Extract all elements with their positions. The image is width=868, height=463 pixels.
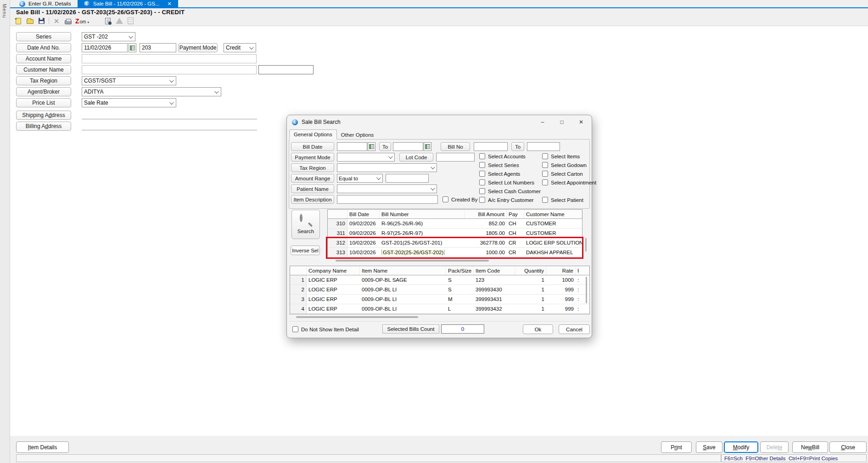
pay-mode-cell: CR <box>507 250 524 255</box>
delete-button[interactable]: Delete <box>760 441 789 453</box>
customer-name-input[interactable] <box>82 65 257 74</box>
items-grid-hscrollbar[interactable] <box>290 315 590 319</box>
checkbox-a-c-entry-customer[interactable]: A/c Entry Customer <box>479 196 534 203</box>
open-icon[interactable] <box>26 17 34 25</box>
billing-address-button[interactable]: Billing Address <box>16 122 71 131</box>
series-combo[interactable]: GST -202 <box>82 32 135 41</box>
price-list-combo[interactable]: Sale Rate <box>82 98 176 107</box>
calendar-button[interactable] <box>129 43 136 52</box>
bills-grid-vscrollbar[interactable] <box>585 238 587 251</box>
tab-general-options[interactable]: General Options <box>289 129 337 139</box>
bill-no-from-input[interactable] <box>474 142 508 151</box>
bill-date-from-input[interactable] <box>337 142 367 151</box>
amount-value-input[interactable] <box>386 174 429 183</box>
checkbox-icon <box>542 153 548 159</box>
items-col-header: Item Name <box>360 266 446 275</box>
checkbox-icon <box>479 197 485 203</box>
bill-row-313[interactable]: 31310/02/2026GST-202(25-26/GST-202)1000.… <box>328 248 582 257</box>
checkbox-select-lot-numbers[interactable]: Select Lot Numbers <box>479 179 534 186</box>
checkbox-select-patient[interactable]: Select Patient <box>542 196 583 203</box>
billing-address-field[interactable] <box>82 122 257 130</box>
bill-date-to-label: To <box>379 142 391 151</box>
bill-date-to-input[interactable] <box>393 142 423 151</box>
inverse-selection-button[interactable]: Inverse Sel <box>291 245 320 255</box>
zoom-dropdown[interactable]: Zom▾ <box>75 18 89 24</box>
do-not-show-item-detail-checkbox[interactable]: Do Not Show Item Detail <box>292 326 359 333</box>
checkbox-select-agents[interactable]: Select Agents <box>479 170 520 177</box>
price-list-value: Sale Rate <box>84 100 108 106</box>
search-button[interactable]: Search <box>291 210 320 239</box>
maximize-button[interactable]: □ <box>554 117 570 128</box>
checkbox-select-series[interactable]: Select Series <box>479 162 519 168</box>
bills-grid-hscrollbar[interactable] <box>327 259 582 262</box>
amount-operator-combo[interactable]: Equal to <box>337 174 383 183</box>
tab-other-options[interactable]: Other Options <box>337 130 378 139</box>
payment-mode-label: Payment Mode <box>291 153 334 162</box>
bill-date-cell: 10/02/2026 <box>347 240 380 245</box>
print-icon[interactable] <box>64 17 72 25</box>
users-icon[interactable] <box>92 17 101 25</box>
series-label: Series <box>16 32 71 41</box>
checkbox-select-appointment[interactable]: Select Appointment <box>542 179 596 186</box>
customer-name-cell: DAKHSH APPAREL <box>524 250 582 255</box>
lot-code-label: Lot Code <box>399 153 433 162</box>
bill-number-input[interactable]: 203 <box>140 43 176 52</box>
tab-close-icon[interactable]: ✕ <box>168 1 172 7</box>
new-bill-icon[interactable]: ✦ <box>14 17 22 25</box>
bills-col-header: Bill Amount <box>465 210 507 218</box>
calendar-button[interactable] <box>368 142 375 151</box>
menu-strip[interactable]: Menu <box>0 0 10 463</box>
tax-region-combo[interactable] <box>337 163 437 172</box>
date-and-no-label: Date And No. <box>16 43 71 52</box>
tab-enter-gr-details[interactable]: L Enter G.R. Details <box>13 0 78 7</box>
tab-sale-bill[interactable]: L Sale Bill - 11/02/2026 - GS... ✕ <box>78 0 178 7</box>
delete-icon[interactable]: ✕ <box>52 17 61 25</box>
item-row-1[interactable]: 1LOGIC ERP0009-OP-BL SAGES12311000: <box>290 275 589 285</box>
shipping-address-field[interactable] <box>82 111 257 119</box>
items-col-header: Item Code <box>474 266 515 275</box>
checkbox-select-cash-customer[interactable]: Select Cash Customer <box>479 188 541 195</box>
item-row-2[interactable]: 2LOGIC ERP0009-OP-BL LIS3999934301999: <box>290 285 589 295</box>
save-button[interactable]: Save <box>696 441 722 453</box>
agent-broker-combo[interactable]: ADITYA <box>82 87 221 96</box>
bill-row-311[interactable]: 31109/02/2026R-97(25-26/R-97)1805.00CHCU… <box>328 229 582 238</box>
account-name-input[interactable] <box>82 54 257 63</box>
bill-row-310[interactable]: 31009/02/2026R-96(25-26/R-96)852.00CHCUS… <box>328 219 582 229</box>
ok-button[interactable]: Ok <box>523 324 553 334</box>
save-icon[interactable] <box>37 17 45 25</box>
shipping-address-button[interactable]: Shipping Address <box>16 111 71 120</box>
item-row-3[interactable]: 3LOGIC ERP0009-OP-BL LIM3999934311999: <box>290 295 589 304</box>
item-row-4[interactable]: 4LOGIC ERP0009-OP-BL LIL3999934321999: <box>290 304 589 314</box>
items-grid-vscrollbar[interactable] <box>586 277 587 303</box>
chevron-down-icon <box>431 186 435 190</box>
bill-row-312[interactable]: 31210/02/2026GST-201(25-26/GST-201)36277… <box>328 238 582 248</box>
row-number: 311 <box>328 229 347 238</box>
checkbox-select-carton[interactable]: Select Carton <box>542 170 583 177</box>
item-description-input[interactable] <box>337 195 438 204</box>
checkbox-select-items[interactable]: Select Items <box>542 153 580 160</box>
close-button[interactable]: Close <box>829 441 867 453</box>
payment-mode-combo[interactable] <box>337 153 395 162</box>
patient-name-combo[interactable] <box>337 184 437 193</box>
customer-code-input[interactable] <box>258 65 314 74</box>
calendar-button[interactable] <box>424 142 431 151</box>
new-bill-button[interactable]: New Bill <box>792 441 828 453</box>
created-by-checkbox[interactable]: Created By <box>442 196 478 203</box>
document-settings-icon[interactable] <box>104 17 112 25</box>
close-button[interactable]: ✕ <box>573 117 589 128</box>
payment-mode-combo[interactable]: Credit <box>224 43 256 52</box>
checkbox-select-accounts[interactable]: Select Accounts <box>479 153 526 160</box>
account-name-label: Account Name <box>16 54 71 63</box>
cancel-button[interactable]: Cancel <box>559 324 590 334</box>
patient-name-label: Patient Name <box>291 184 334 193</box>
checkbox-select-godown[interactable]: Select Godown <box>542 162 587 168</box>
lot-code-input[interactable] <box>436 153 475 162</box>
tax-region-combo[interactable]: CGST/SGST <box>82 76 176 85</box>
bill-date-input[interactable]: 11/02/2026 <box>82 43 128 52</box>
modify-button[interactable]: Modify <box>724 441 758 453</box>
bill-no-to-input[interactable] <box>527 142 560 151</box>
pack-size-cell: S <box>446 277 474 283</box>
print-button[interactable]: Print <box>661 441 692 453</box>
item-details-button[interactable]: Item Details <box>16 441 69 453</box>
minimize-button[interactable]: – <box>535 117 550 128</box>
